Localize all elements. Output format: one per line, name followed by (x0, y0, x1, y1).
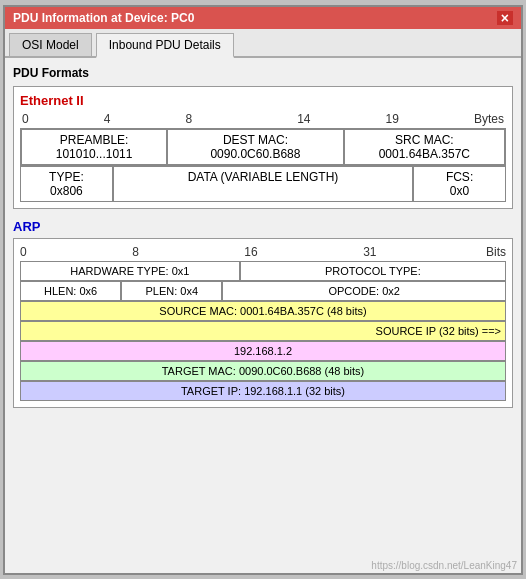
src-mac-value: 0001.64BA.357C (349, 147, 500, 161)
dest-mac-value: 0090.0C60.B688 (172, 147, 338, 161)
arp-scale-16: 16 (244, 245, 257, 259)
arp-hlen: HLEN: 0x6 (20, 281, 121, 301)
fcs-value: 0x0 (418, 184, 501, 198)
fcs-cell: FCS: 0x0 (413, 166, 506, 202)
preamble-cell: PREAMBLE: 101010...1011 (21, 129, 167, 165)
dest-mac-label: DEST MAC: (172, 133, 338, 147)
ethernet-section: Ethernet II 0 4 8 14 19 Bytes PREAMBLE: … (13, 86, 513, 209)
preamble-value: 101010...1011 (26, 147, 162, 161)
main-content: PDU Formats Ethernet II 0 4 8 14 19 Byte… (5, 58, 521, 558)
scale-unit: Bytes (474, 112, 504, 126)
src-mac-cell: SRC MAC: 0001.64BA.357C (344, 129, 505, 165)
scale-19: 19 (386, 112, 399, 126)
arp-src-mac: SOURCE MAC: 0001.64BA.357C (48 bits) (20, 301, 506, 321)
preamble-label: PREAMBLE: (26, 133, 162, 147)
close-button[interactable]: × (497, 11, 513, 25)
main-window: PDU Information at Device: PC0 × OSI Mod… (3, 5, 523, 575)
data-label: DATA (VARIABLE LENGTH) (118, 170, 408, 184)
tab-osi[interactable]: OSI Model (9, 33, 92, 56)
arp-plen: PLEN: 0x4 (121, 281, 222, 301)
arp-target-ip: TARGET IP: 192.168.1.1 (32 bits) (20, 381, 506, 401)
window-title: PDU Information at Device: PC0 (13, 11, 194, 25)
watermark: https://blog.csdn.net/LeanKing47 (5, 558, 521, 573)
arp-scale-31: 31 (363, 245, 376, 259)
arp-row-1: HARDWARE TYPE: 0x1 PROTOCOL TYPE: (20, 261, 506, 281)
arp-target-mac: TARGET MAC: 0090.0C60.B688 (48 bits) (20, 361, 506, 381)
arp-scale-0: 0 (20, 245, 27, 259)
arp-opcode: OPCODE: 0x2 (222, 281, 506, 301)
arp-title: ARP (13, 219, 513, 234)
scale-0: 0 (22, 112, 29, 126)
arp-src-ip-label: SOURCE IP (32 bits) ==> (20, 321, 506, 341)
src-mac-label: SRC MAC: (349, 133, 500, 147)
arp-scale: 0 8 16 31 Bits (20, 245, 506, 259)
arp-hw-type: HARDWARE TYPE: 0x1 (20, 261, 240, 281)
tab-bar: OSI Model Inbound PDU Details (5, 29, 521, 58)
type-value: 0x806 (25, 184, 108, 198)
pdu-formats-label: PDU Formats (13, 66, 513, 80)
tab-inbound[interactable]: Inbound PDU Details (96, 33, 234, 58)
scale-4: 4 (104, 112, 111, 126)
scale-14: 14 (297, 112, 310, 126)
title-bar: PDU Information at Device: PC0 × (5, 7, 521, 29)
arp-src-ip-value: 192.168.1.2 (20, 341, 506, 361)
arp-section: 0 8 16 31 Bits HARDWARE TYPE: 0x1 PROTOC… (13, 238, 513, 408)
scale-8: 8 (185, 112, 192, 126)
type-cell: TYPE: 0x806 (20, 166, 113, 202)
arp-scale-8: 8 (132, 245, 139, 259)
arp-scale-unit: Bits (486, 245, 506, 259)
ethernet-title: Ethernet II (20, 93, 506, 108)
type-label: TYPE: (25, 170, 108, 184)
data-cell: DATA (VARIABLE LENGTH) (113, 166, 413, 202)
ethernet-row1: PREAMBLE: 101010...1011 DEST MAC: 0090.0… (20, 128, 506, 166)
fcs-label: FCS: (418, 170, 501, 184)
ethernet-scale: 0 4 8 14 19 Bytes (20, 112, 506, 126)
arp-row-2: HLEN: 0x6 PLEN: 0x4 OPCODE: 0x2 (20, 281, 506, 301)
ethernet-row2: TYPE: 0x806 DATA (VARIABLE LENGTH) FCS: … (20, 166, 506, 202)
dest-mac-cell: DEST MAC: 0090.0C60.B688 (167, 129, 343, 165)
arp-proto-type: PROTOCOL TYPE: (240, 261, 506, 281)
